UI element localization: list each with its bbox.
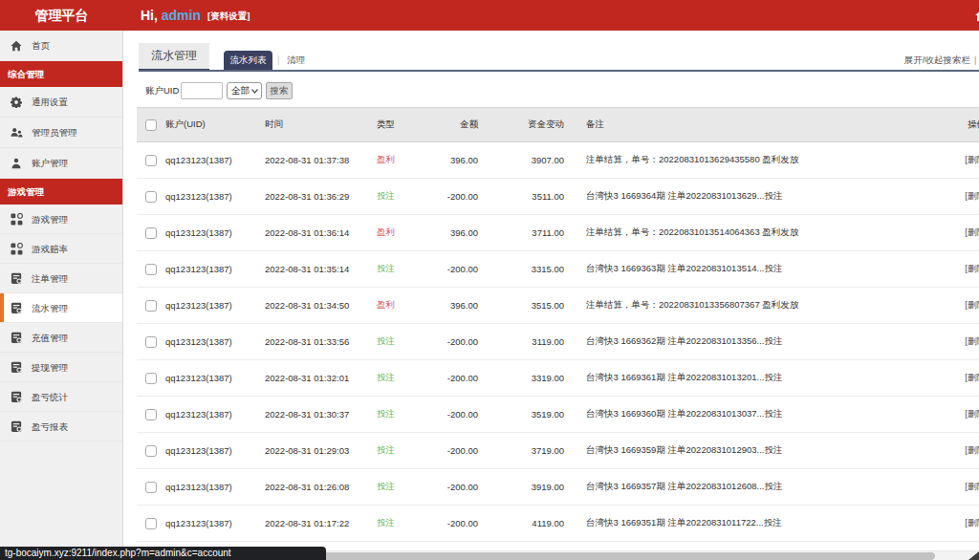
cell-time: 2022-08-31 01:34:50 [259,288,373,324]
row-checkbox[interactable] [145,445,157,457]
home-icon[interactable] [974,8,979,23]
sidebar-item-label: 账户管理 [32,148,68,178]
delete-link[interactable]: [删除] [965,517,979,528]
grid-icon [11,213,23,226]
delete-link[interactable]: [删除] [965,444,979,455]
cell-change: 3119.00 [478,324,564,360]
cell-change: 3919.00 [478,469,564,506]
sidebar-item-label: 流水管理 [32,293,68,323]
cell-account: qq123123(1387) [162,215,259,251]
delete-link[interactable]: [删除] [965,299,979,310]
cell-action: [删除] [940,397,979,433]
row-checkbox[interactable] [145,373,157,384]
user-icon [11,158,23,170]
cell-type: 盈利 [373,215,421,251]
uid-input[interactable] [181,82,223,99]
sidebar-item-13[interactable]: 盈亏报表 [0,412,122,442]
toggle-search-link[interactable]: 展开/收起搜索栏 [904,51,970,70]
delete-link[interactable]: [删除] [965,263,979,273]
cell-action: [删除] [940,179,979,215]
delete-link[interactable]: [删除] [965,226,979,237]
sidebar-section-1: 综合管理 [0,61,122,87]
row-checkbox[interactable] [145,264,157,275]
type-badge: 盈利 [377,226,395,237]
cell-account: qq123123(1387) [162,397,259,433]
search-button[interactable]: 搜索 [266,82,293,99]
cell-time: 2022-08-31 01:17:22 [259,506,373,542]
greeting-prefix: Hi, [141,8,158,23]
row-checkbox[interactable] [145,227,157,239]
cell-action: [删除] [940,251,979,288]
row-checkbox[interactable] [145,336,157,348]
cell-type: 盈利 [373,142,421,179]
tab-clean[interactable]: 清理 [287,51,305,70]
select-all-checkbox[interactable] [145,119,157,131]
type-badge: 投注 [377,517,395,528]
cell-amount: -200.00 [421,324,478,360]
report-icon [11,420,23,433]
sidebar-item-label: 盈亏统计 [32,382,68,412]
flow-table: 账户(UID) 时间 类型 金额 资金变动 备注 操作 qq123123(138… [137,107,979,542]
cell-remark: 台湾快3 1669361期 注单20220831013201...投注 [564,360,940,397]
sidebar-item-label: 首页 [32,31,50,60]
row-checkbox[interactable] [145,300,157,312]
tab-separator: | [277,51,280,70]
cell-account: qq123123(1387) [162,360,259,397]
report-icon [11,361,23,374]
sidebar-item-9[interactable]: 流水管理 [0,293,122,323]
sidebar-item-10[interactable]: 充值管理 [0,323,122,353]
row-checkbox[interactable] [145,155,157,166]
cell-account: qq123123(1387) [162,179,259,215]
delete-link[interactable]: [删除] [965,408,979,419]
table-row: qq123123(1387)2022-08-31 01:30:37投注-200.… [137,397,979,433]
cell-remark: 台湾快3 1669359期 注单20220831012903...投注 [564,433,940,469]
tab-flow-list[interactable]: 流水列表 [224,51,272,70]
type-badge: 投注 [377,335,395,346]
cell-account: qq123123(1387) [162,251,259,288]
sidebar-item-8[interactable]: 注单管理 [0,264,122,293]
flow-table-wrap: 账户(UID) 时间 类型 金额 资金变动 备注 操作 qq123123(138… [137,107,979,542]
sidebar-item-2[interactable]: 通用设置 [0,87,122,118]
type-badge: 盈利 [377,154,395,164]
sidebar-item-0[interactable]: 首页 [0,31,122,61]
delete-link[interactable]: [删除] [965,481,979,491]
table-row: qq123123(1387)2022-08-31 01:37:38盈利396.0… [137,142,979,179]
sidebar-item-12[interactable]: 盈亏统计 [0,382,122,412]
search-bar: 账户UID 全部 搜索 [123,82,979,99]
cell-amount: -200.00 [421,469,478,506]
cell-action: [删除] [940,433,979,469]
row-checkbox[interactable] [145,482,157,493]
cell-account: qq123123(1387) [162,288,259,324]
row-checkbox[interactable] [145,409,157,420]
sidebar-item-3[interactable]: 管理员管理 [0,118,122,148]
cell-action: [删除] [940,288,979,324]
cell-amount: -200.00 [421,179,478,215]
type-select[interactable]: 全部 [227,82,262,99]
chevron-down-icon [251,89,258,94]
row-checkbox[interactable] [145,518,157,529]
delete-link[interactable]: [删除] [965,335,979,346]
sidebar-item-6[interactable]: 游戏管理 [0,205,122,234]
sidebar-item-7[interactable]: 游戏赔率 [0,234,122,264]
sidebar-item-4[interactable]: 账户管理 [0,148,122,179]
grid-icon [11,243,23,255]
sidebar-item-11[interactable]: 提现管理 [0,353,122,382]
gear-icon [11,97,23,109]
cell-account: qq123123(1387) [162,142,259,179]
cell-remark: 台湾快3 1669362期 注单20220831013356...投注 [564,324,940,360]
delete-link[interactable]: [删除] [965,154,979,164]
profile-settings-link[interactable]: [资料设置] [207,11,250,21]
report-icon [11,302,23,314]
row-checkbox[interactable] [145,191,157,203]
cell-type: 投注 [373,179,421,215]
sidebar-item-label: 充值管理 [32,323,68,353]
delete-link[interactable]: [删除] [965,372,979,382]
cell-change: 3711.00 [478,215,564,251]
header-action: 操作 [940,108,979,142]
home-icon [11,40,23,53]
username-link[interactable]: admin [162,8,201,23]
table-row: qq123123(1387)2022-08-31 01:36:14盈利396.0… [137,215,979,251]
cell-account: qq123123(1387) [162,433,259,469]
cell-change: 4119.00 [478,506,564,542]
delete-link[interactable]: [删除] [965,190,979,201]
